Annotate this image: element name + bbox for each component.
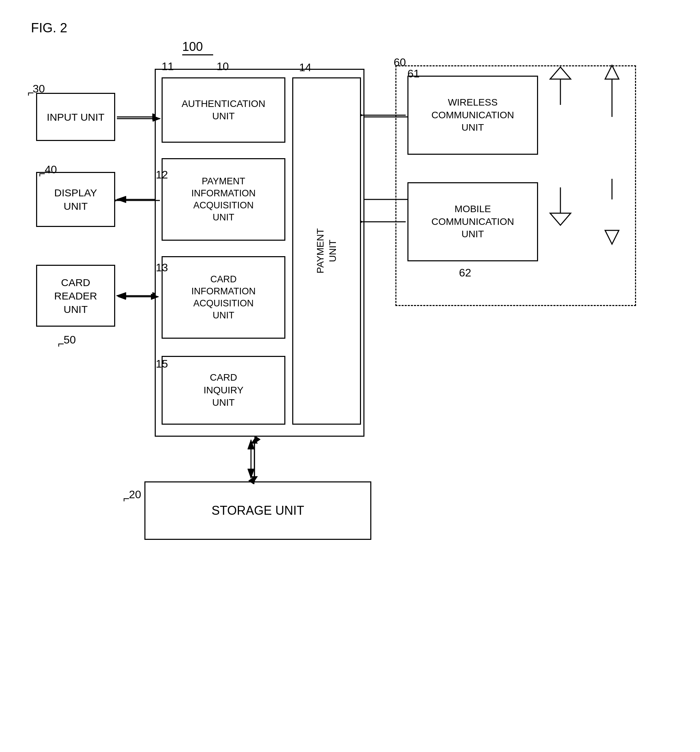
input-unit-box: INPUT UNIT [36,93,115,141]
arrow-payment-wireless [361,110,411,120]
card-info-unit-box: CARD INFORMATION ACQUISITION UNIT [161,256,286,339]
auth-unit-box: AUTHENTICATION UNIT [161,78,286,143]
ref-15-label: 15 [156,357,168,370]
arrow-main-storage [247,436,262,484]
arrow-card-reader-info [115,292,163,302]
payment-unit-box: PAYMENT UNIT [292,78,361,425]
card-inquiry-unit-box: CARD INQUIRY UNIT [161,356,286,425]
ref-61-label: 61 [407,67,420,80]
ref-13-label: 13 [156,261,168,274]
payment-info-unit-box: PAYMENT INFORMATION ACQUISITION UNIT [161,158,286,241]
svg-marker-20 [550,213,571,225]
ref-50: 50 [64,334,76,346]
ref-40: 40 [45,163,57,176]
ref-100-label: 100 [182,40,203,54]
ref-14-label: 14 [299,61,312,74]
ref-60-label: 60 [394,56,406,69]
arrow-payinfo-display [115,195,163,206]
ref-20-label: 20 [129,488,141,501]
ref-12-label: 12 [156,168,168,181]
ref-62-label: 62 [459,266,471,279]
antenna-2-svg [547,186,574,227]
diagram: FIG. 2 100 [0,0,700,752]
arrow-input-auth [115,113,163,124]
ref-11-label: 11 [161,60,174,73]
ref-30: 30 [33,82,45,95]
ref-10-label: 10 [217,60,229,73]
storage-unit-box: STORAGE UNIT [144,482,371,540]
arrow-payment-mobile [361,217,411,227]
svg-marker-18 [550,67,571,79]
ref-100-underline [182,54,213,55]
card-reader-unit-box: CARD READER UNIT [36,265,115,327]
display-unit-box: DISPLAY UNIT [36,172,115,227]
figure-label: FIG. 2 [31,21,67,36]
wireless-comm-box: WIRELESS COMMUNICATION UNIT [407,76,538,155]
mobile-comm-box: MOBILE COMMUNICATION UNIT [407,182,538,261]
antenna-1-svg [547,65,574,107]
